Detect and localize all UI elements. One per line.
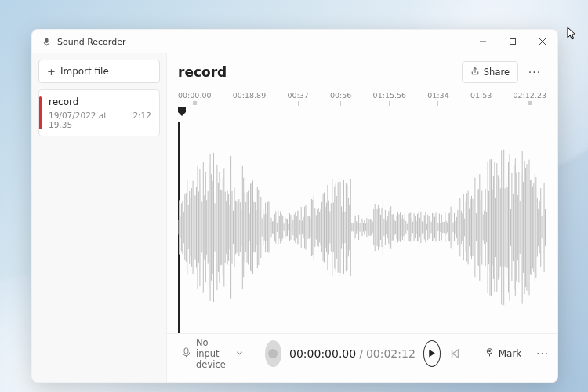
mark-icon xyxy=(485,347,495,360)
mark-label: Mark xyxy=(499,348,522,359)
svg-rect-0 xyxy=(45,38,48,42)
timeline-tick: 00:00.00 xyxy=(178,91,212,106)
timeline-tick: 00:56 xyxy=(330,91,351,106)
playhead-marker[interactable] xyxy=(178,107,186,117)
device-label: No input device xyxy=(196,337,231,370)
main-panel: record Share ··· 00:00.0000:18.8900:3700… xyxy=(167,53,557,382)
svg-rect-6 xyxy=(184,347,188,353)
mic-icon xyxy=(181,347,191,360)
plus-icon: + xyxy=(47,66,56,78)
footer-more-button[interactable]: ··· xyxy=(535,343,550,365)
svg-point-10 xyxy=(488,350,490,351)
recording-duration: 2:12 xyxy=(132,111,151,129)
page-title: record xyxy=(178,64,462,80)
play-button[interactable] xyxy=(423,340,441,367)
timeline[interactable]: 00:00.0000:18.8900:3700:5601:15.5601:340… xyxy=(167,91,557,117)
timeline-tick: 00:18.89 xyxy=(233,91,267,106)
timeline-tick: 01:53 xyxy=(470,91,492,106)
waveform-area[interactable] xyxy=(178,122,546,333)
recording-name: record xyxy=(49,96,151,107)
skip-back-icon xyxy=(450,348,461,359)
maximize-button[interactable] xyxy=(498,30,528,53)
titlebar: Sound Recorder xyxy=(32,30,557,53)
footer: No input device 00:00:00.00 / 00:02:12 xyxy=(167,333,557,372)
minimize-button[interactable] xyxy=(468,30,498,53)
app-title: Sound Recorder xyxy=(57,37,468,47)
waveform xyxy=(178,122,546,333)
record-button[interactable] xyxy=(265,340,281,367)
play-icon xyxy=(426,348,437,358)
recording-item[interactable]: record 19/07/2022 at 19.35 2:12 xyxy=(38,89,160,136)
record-dot-icon xyxy=(268,349,278,358)
import-label: Import file xyxy=(60,66,109,77)
share-icon xyxy=(470,67,480,78)
chevron-down-icon xyxy=(236,348,243,359)
total-time: 00:02:12 xyxy=(366,347,416,360)
skip-back-button[interactable] xyxy=(448,343,463,365)
timeline-tick: 00:37 xyxy=(287,91,308,106)
mark-button[interactable]: Mark xyxy=(478,343,528,365)
app-window: Sound Recorder + Import file record 19/0… xyxy=(31,29,558,383)
close-button[interactable] xyxy=(528,30,557,53)
share-button[interactable]: Share xyxy=(462,61,518,83)
more-button[interactable]: ··· xyxy=(523,61,546,83)
sidebar: + Import file record 19/07/2022 at 19.35… xyxy=(32,53,167,382)
timeline-tick: 01:34 xyxy=(427,91,448,106)
recording-date: 19/07/2022 at 19.35 xyxy=(49,111,132,129)
timeline-tick: 02:12.23 xyxy=(513,91,546,106)
import-file-button[interactable]: + Import file xyxy=(38,60,160,83)
timeline-tick: 01:15.56 xyxy=(373,91,407,106)
window-controls xyxy=(468,30,557,53)
svg-rect-3 xyxy=(510,39,516,45)
timecode: 00:00:00.00 / 00:02:12 xyxy=(289,347,416,360)
share-label: Share xyxy=(484,67,510,78)
current-time: 00:00:00.00 xyxy=(289,347,356,360)
input-device-selector[interactable]: No input device xyxy=(175,332,249,375)
app-icon xyxy=(42,37,51,46)
